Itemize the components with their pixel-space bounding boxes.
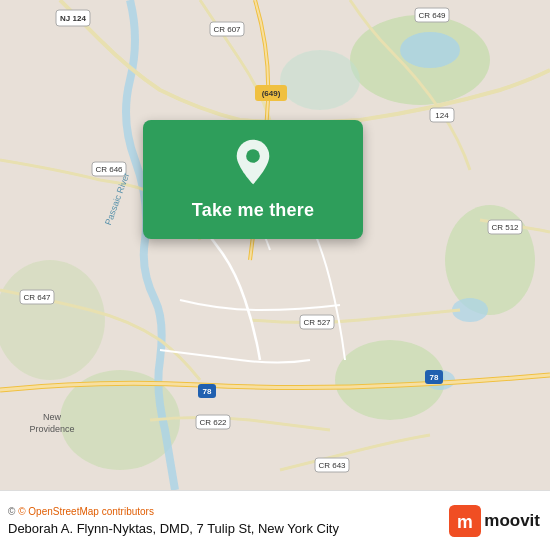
bottom-bar: © © OpenStreetMap contributors Deborah A…	[0, 490, 550, 550]
map-container: 78 78 NJ 124 CR 607 (649) CR 649 124 CR …	[0, 0, 550, 490]
svg-text:New: New	[43, 412, 62, 422]
svg-point-6	[280, 50, 360, 110]
osm-attribution: © © OpenStreetMap contributors	[8, 506, 449, 517]
osm-copyright: ©	[8, 506, 18, 517]
moovit-logo: m moovit	[449, 505, 540, 537]
moovit-text: moovit	[484, 511, 540, 531]
svg-text:CR 512: CR 512	[491, 223, 519, 232]
svg-text:CR 622: CR 622	[199, 418, 227, 427]
svg-text:CR 527: CR 527	[303, 318, 331, 327]
location-pin-icon	[229, 138, 277, 186]
svg-text:(649): (649)	[262, 89, 281, 98]
svg-point-4	[0, 260, 105, 380]
svg-text:124: 124	[435, 111, 449, 120]
location-card: Take me there	[143, 120, 363, 239]
osm-link[interactable]: © OpenStreetMap contributors	[18, 506, 154, 517]
svg-text:Providence: Providence	[29, 424, 74, 434]
place-name: Deborah A. Flynn-Nyktas, DMD, 7 Tulip St…	[8, 521, 449, 536]
svg-text:CR 643: CR 643	[318, 461, 346, 470]
svg-text:CR 649: CR 649	[418, 11, 446, 20]
svg-point-41	[246, 149, 260, 163]
svg-text:78: 78	[430, 373, 439, 382]
svg-text:NJ 124: NJ 124	[60, 14, 86, 23]
take-me-there-button[interactable]: Take me there	[192, 196, 314, 225]
svg-text:CR 646: CR 646	[95, 165, 123, 174]
svg-point-7	[400, 32, 460, 68]
moovit-logo-icon: m	[449, 505, 481, 537]
svg-text:78: 78	[203, 387, 212, 396]
svg-text:CR 647: CR 647	[23, 293, 51, 302]
svg-text:m: m	[457, 512, 473, 532]
svg-text:CR 607: CR 607	[213, 25, 241, 34]
bottom-left-info: © © OpenStreetMap contributors Deborah A…	[8, 506, 449, 536]
